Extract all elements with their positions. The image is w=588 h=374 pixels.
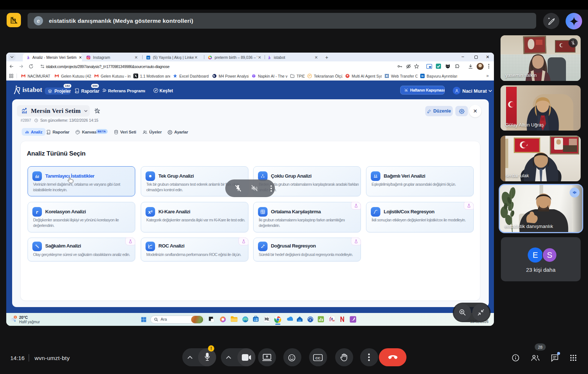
svg-text:β: β [331,317,333,320]
svg-text:CC: CC [315,356,320,360]
svg-text:in: in [421,75,423,77]
svg-text:α: α [333,319,335,322]
svg-text:in: in [147,56,150,58]
svg-text:Σ: Σ [309,318,311,321]
